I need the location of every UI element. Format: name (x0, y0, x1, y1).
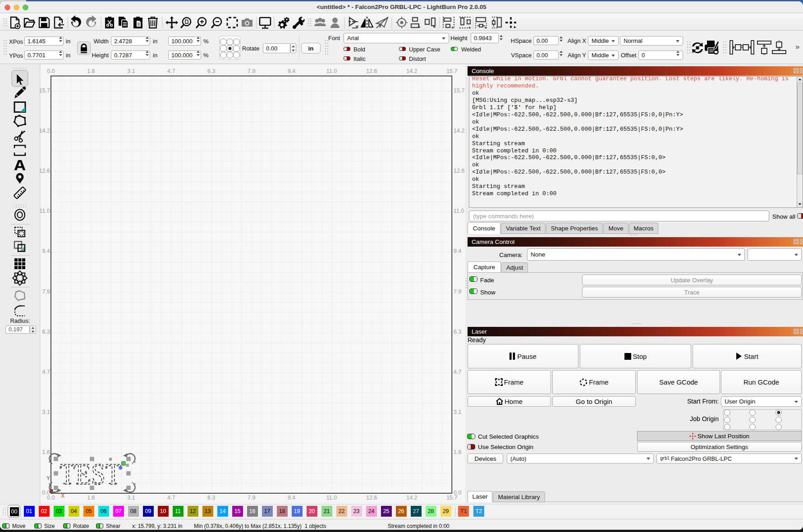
svg-text:TEST: TEST (60, 457, 121, 490)
